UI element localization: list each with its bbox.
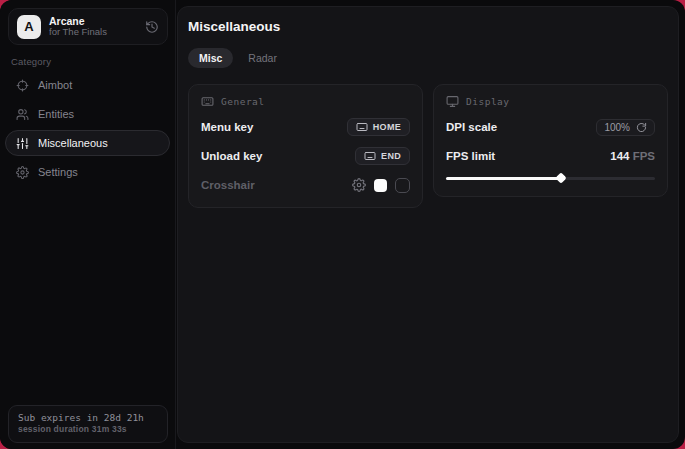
refresh-icon bbox=[636, 122, 647, 133]
sidebar-item-entities[interactable]: Entities bbox=[5, 101, 170, 127]
crosshair-checkbox[interactable] bbox=[395, 178, 410, 193]
crosshair-settings-gear-icon[interactable] bbox=[352, 178, 366, 192]
unload-key-label: Unload key bbox=[201, 150, 262, 162]
subscription-info-box: Sub expires in 28d 21h session duration … bbox=[8, 405, 168, 443]
main-panel: Miscellaneous Misc Radar General bbox=[177, 6, 679, 443]
fps-limit-slider[interactable] bbox=[446, 172, 655, 184]
cards-grid: General Menu key HOME Unload key bbox=[188, 84, 668, 208]
tab-misc[interactable]: Misc bbox=[188, 48, 233, 68]
sub-expires-text: Sub expires in 28d 21h bbox=[18, 411, 158, 424]
fps-slider-fill bbox=[446, 177, 561, 180]
crosshair-row: Crosshair bbox=[201, 175, 410, 195]
sidebar-item-label: Miscellaneous bbox=[38, 137, 108, 149]
display-card: Display DPI scale 100% bbox=[433, 84, 668, 197]
app-logo: A bbox=[17, 15, 41, 39]
app-window: A Arcane for The Finals Category bbox=[0, 0, 685, 449]
unload-key-bind-button[interactable]: END bbox=[355, 147, 410, 165]
keyboard-icon bbox=[364, 150, 376, 162]
sidebar: A Arcane for The Finals Category bbox=[0, 0, 176, 449]
brand-card: A Arcane for The Finals bbox=[8, 8, 168, 45]
sidebar-item-label: Aimbot bbox=[38, 79, 72, 91]
unload-key-row: Unload key END bbox=[201, 146, 410, 166]
crosshair-icon bbox=[16, 79, 29, 92]
app-subtitle: for The Finals bbox=[49, 27, 137, 38]
category-label: Category bbox=[11, 56, 51, 67]
crosshair-label: Crosshair bbox=[201, 179, 255, 191]
gear-icon bbox=[16, 166, 29, 179]
sidebar-item-settings[interactable]: Settings bbox=[5, 159, 170, 185]
users-icon bbox=[16, 108, 29, 121]
fps-limit-value: 144 FPS bbox=[610, 150, 655, 162]
card-title: General bbox=[221, 96, 265, 107]
fps-limit-label: FPS limit bbox=[446, 150, 495, 162]
history-icon[interactable] bbox=[145, 20, 159, 34]
fps-slider-thumb[interactable] bbox=[555, 172, 566, 183]
tab-bar: Misc Radar bbox=[188, 48, 668, 68]
sidebar-item-label: Entities bbox=[38, 108, 74, 120]
page-title: Miscellaneous bbox=[188, 19, 668, 34]
dpi-scale-row: DPI scale 100% bbox=[446, 117, 655, 137]
crosshair-color-swatch[interactable] bbox=[374, 179, 387, 192]
menu-key-bind-button[interactable]: HOME bbox=[347, 118, 410, 136]
dpi-scale-label: DPI scale bbox=[446, 121, 497, 133]
menu-key-row: Menu key HOME bbox=[201, 117, 410, 137]
card-title: Display bbox=[466, 96, 510, 107]
fps-limit-row: FPS limit 144 FPS bbox=[446, 146, 655, 166]
sidebar-item-label: Settings bbox=[38, 166, 78, 178]
general-card: General Menu key HOME Unload key bbox=[188, 84, 423, 208]
sidebar-item-aimbot[interactable]: Aimbot bbox=[5, 72, 170, 98]
menu-key-label: Menu key bbox=[201, 121, 253, 133]
tab-radar[interactable]: Radar bbox=[237, 48, 288, 68]
sidebar-item-miscellaneous[interactable]: Miscellaneous bbox=[5, 130, 170, 156]
keyboard-icon bbox=[356, 121, 368, 133]
sliders-icon bbox=[16, 137, 29, 150]
monitor-icon bbox=[446, 95, 459, 108]
dpi-scale-button[interactable]: 100% bbox=[596, 119, 655, 136]
session-duration-text: session duration 31m 33s bbox=[18, 424, 158, 436]
keyboard-icon bbox=[201, 95, 214, 108]
sidebar-nav: Aimbot Entities bbox=[5, 72, 170, 188]
